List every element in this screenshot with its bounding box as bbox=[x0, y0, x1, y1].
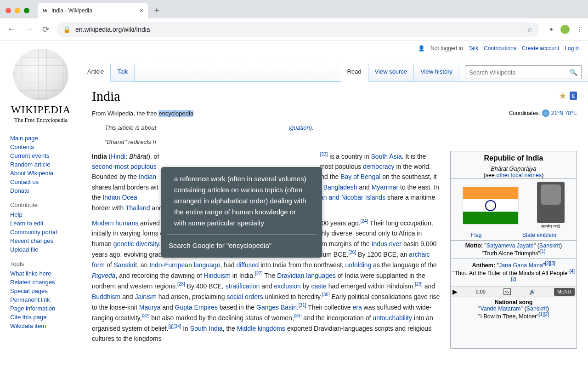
sidebar-item[interactable]: Wikidata item bbox=[10, 322, 46, 329]
back-button[interactable]: ← bbox=[6, 23, 17, 36]
reload-button[interactable]: ⟳ bbox=[40, 23, 51, 36]
body-link[interactable]: South India bbox=[190, 325, 223, 332]
search-icon[interactable]: 🔍 bbox=[566, 69, 581, 76]
audio-menu[interactable]: MENU bbox=[554, 288, 575, 296]
sidebar-item[interactable]: Permanent link bbox=[10, 296, 50, 303]
sidebar-item[interactable]: Special pages bbox=[10, 288, 48, 294]
body-link[interactable]: Indus river bbox=[372, 240, 401, 247]
featured-star-icon[interactable]: ★ bbox=[559, 90, 567, 101]
sidebar-item[interactable]: Page information bbox=[10, 305, 55, 312]
body-link[interactable]: Thailand bbox=[125, 204, 150, 212]
body-link[interactable]: Myanmar bbox=[372, 184, 398, 191]
sidebar-item[interactable]: Community portal bbox=[10, 229, 57, 236]
globe-icon[interactable] bbox=[542, 109, 549, 117]
tab-view-source[interactable]: View source bbox=[368, 63, 414, 81]
body-link[interactable]: Sanskrit bbox=[113, 261, 137, 269]
body-link[interactable]: Hinduism bbox=[204, 272, 231, 279]
body-link[interactable]: social orders bbox=[226, 293, 263, 300]
body-link[interactable]: Buddhism bbox=[92, 293, 120, 300]
body-link[interactable]: second-most populous bbox=[92, 163, 157, 170]
body-link[interactable]: caste bbox=[311, 282, 326, 290]
close-tab-icon[interactable]: × bbox=[140, 7, 143, 14]
body-link[interactable]: Ganges Basin bbox=[256, 304, 297, 311]
body-link[interactable]: Indian Ocea bbox=[102, 194, 137, 201]
sidebar-item[interactable]: Related changes bbox=[10, 279, 55, 286]
emblem-link[interactable]: State emblem bbox=[522, 232, 556, 238]
volume-icon[interactable]: 🔊 bbox=[529, 289, 536, 295]
tab-talk[interactable]: Talk bbox=[111, 63, 135, 81]
sidebar-item[interactable]: Cite this page bbox=[10, 314, 47, 321]
new-tab-button[interactable]: + bbox=[150, 6, 164, 16]
body-link[interactable]: Rigveda bbox=[92, 272, 115, 279]
body-link[interactable]: stratification bbox=[226, 282, 260, 290]
sidebar-item[interactable]: About Wikipedia bbox=[10, 170, 53, 177]
popup-search-link[interactable]: Search Google for "encyclopedia" bbox=[161, 235, 322, 258]
body-link[interactable]: untouchability bbox=[373, 314, 412, 322]
protection-lock-icon[interactable] bbox=[570, 92, 577, 100]
sidebar-item[interactable]: Learn to edit bbox=[10, 220, 43, 227]
cc-icon[interactable]: cc bbox=[503, 288, 511, 295]
browser-tab[interactable]: W India - Wikipedia × bbox=[38, 3, 148, 18]
menu-icon[interactable]: ⋮ bbox=[576, 26, 582, 33]
body-link[interactable]: Modern humans bbox=[92, 219, 138, 227]
body-link[interactable]: Indian bbox=[139, 173, 156, 180]
tab-article[interactable]: Article bbox=[81, 63, 111, 82]
address-bar[interactable]: 🔒 en.wikipedia.org/wiki/India ☆ bbox=[57, 22, 539, 37]
sidebar-item[interactable]: What links here bbox=[10, 270, 51, 277]
body-link[interactable]: Jainism bbox=[135, 293, 156, 300]
body-link[interactable]: genetic diversity bbox=[113, 240, 159, 247]
window-min[interactable] bbox=[15, 8, 20, 13]
flag-link[interactable]: Flag bbox=[471, 232, 481, 238]
search-box[interactable]: 🔍 bbox=[465, 65, 582, 79]
extensions-icon[interactable]: ✦ bbox=[548, 26, 554, 33]
body-link[interactable]: Gupta Empires bbox=[175, 304, 218, 311]
sidebar-item[interactable]: Main page bbox=[10, 135, 38, 142]
top-login[interactable]: Log in bbox=[565, 45, 580, 52]
sidebar-item[interactable]: Contents bbox=[10, 144, 34, 150]
sidebar-item[interactable]: Donate bbox=[10, 187, 29, 194]
other-names-link[interactable]: other local names bbox=[496, 172, 542, 178]
search-input[interactable] bbox=[465, 69, 566, 76]
body-link[interactable]: South Asia bbox=[371, 153, 402, 160]
forward-button[interactable]: → bbox=[23, 23, 35, 36]
bookmark-star-icon[interactable]: ☆ bbox=[527, 26, 533, 33]
body-link[interactable]: Indo-European language bbox=[149, 261, 220, 269]
not-logged-in: Not logged in bbox=[430, 45, 463, 52]
body-link[interactable]: Maurya bbox=[139, 304, 161, 311]
top-contributions[interactable]: Contributions bbox=[484, 45, 516, 52]
body-link[interactable]: exclusion bbox=[274, 282, 300, 290]
body-link[interactable]: era bbox=[352, 304, 362, 311]
flag-image[interactable] bbox=[463, 187, 518, 224]
body-link[interactable]: Hindi bbox=[111, 153, 125, 160]
extension-icon[interactable] bbox=[560, 25, 570, 34]
body-link[interactable]: Bangladesh bbox=[323, 184, 357, 191]
window-close[interactable] bbox=[6, 8, 11, 13]
body-link[interactable]: Bay of Bengal bbox=[340, 173, 380, 180]
tab-view-history[interactable]: View history bbox=[414, 63, 459, 81]
sanskrit-link[interactable]: Sanskrit bbox=[539, 242, 560, 249]
body-link[interactable]: unfolding bbox=[345, 261, 372, 269]
anthem-link[interactable]: Jana Gana Mana bbox=[499, 262, 543, 269]
tab-read[interactable]: Read bbox=[341, 63, 368, 82]
song-link[interactable]: Vande Mataram bbox=[481, 305, 521, 312]
nav-head-contribute: Contribute bbox=[10, 201, 81, 208]
emblem-image[interactable] bbox=[537, 182, 565, 223]
sidebar-item[interactable]: Help bbox=[10, 211, 23, 218]
body-link[interactable]: diffused bbox=[236, 261, 259, 269]
coords-link[interactable]: 21°N 78°E bbox=[551, 110, 577, 116]
infobox: Republic of India Bhārat Gaṇarājya (see … bbox=[450, 151, 577, 349]
sidebar-item[interactable]: Recent changes bbox=[10, 237, 53, 244]
sidebar-item[interactable]: Random article bbox=[10, 161, 50, 168]
motto-link[interactable]: Satyameva Jayate bbox=[486, 242, 534, 249]
top-talk[interactable]: Talk bbox=[469, 45, 478, 52]
window-max[interactable] bbox=[24, 8, 29, 13]
play-icon[interactable]: ▶ bbox=[452, 288, 458, 295]
top-create-account[interactable]: Create account bbox=[522, 45, 559, 52]
wikipedia-logo[interactable] bbox=[13, 49, 68, 100]
sidebar-item[interactable]: Contact us bbox=[10, 178, 39, 185]
sidebar-item[interactable]: Current events bbox=[10, 152, 49, 159]
body-link[interactable]: Dravidian languages bbox=[277, 272, 336, 279]
sidebar-item[interactable]: Upload file bbox=[10, 246, 38, 253]
body-link[interactable]: democracy bbox=[363, 163, 394, 170]
body-link[interactable]: Middle kingdoms bbox=[237, 325, 285, 332]
